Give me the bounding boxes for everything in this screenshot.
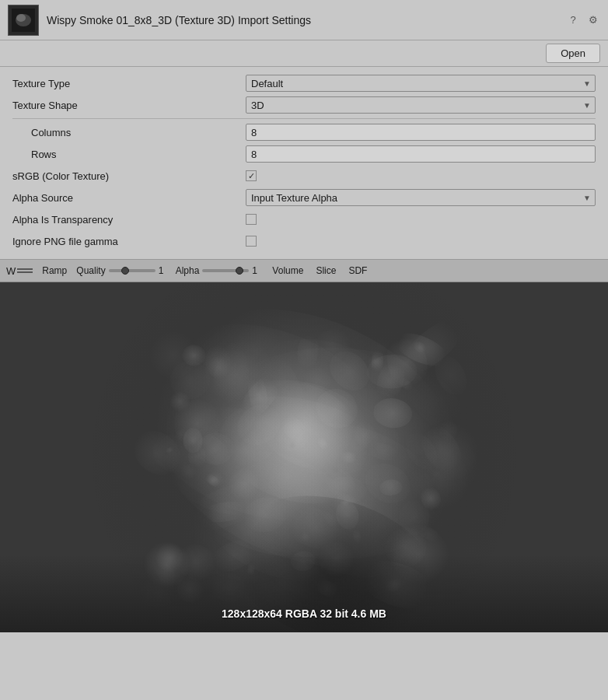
divider-1 (12, 118, 596, 119)
texture-shape-value[interactable]: 3D ▼ (246, 96, 596, 114)
alpha-transparency-checkbox-wrapper[interactable] (246, 214, 596, 225)
alpha-source-dropdown[interactable]: Input Texture Alpha ▼ (246, 189, 596, 206)
title-icons: ? ⚙ (566, 13, 600, 27)
toolbar-slice[interactable]: Slice (309, 260, 342, 282)
ignore-png-checkbox-wrapper[interactable] (246, 236, 596, 247)
alpha-source-label: Alpha Source (12, 192, 246, 204)
toolbar-line-1 (17, 268, 33, 270)
alpha-slider-value: 1 (252, 265, 263, 276)
quality-slider-group: Quality 1 (73, 265, 172, 276)
alpha-transparency-label: Alpha Is Transparency (12, 214, 246, 226)
alpha-transparency-checkbox[interactable] (246, 214, 257, 225)
window-icon (8, 5, 39, 36)
quality-label: Quality (76, 265, 105, 276)
help-icon[interactable]: ? (566, 13, 580, 27)
srgb-label: sRGB (Color Texture) (12, 170, 246, 182)
quality-slider-thumb[interactable] (121, 267, 129, 275)
texture-type-row: Texture Type Default ▼ (12, 73, 596, 93)
toolbar: W Ramp Quality 1 Alpha 1 Volume Slice SD… (0, 259, 608, 282)
toolbar-sdf[interactable]: SDF (342, 260, 373, 282)
open-button[interactable]: Open (546, 44, 600, 63)
ignore-png-checkbox[interactable] (246, 236, 257, 247)
preview-canvas (0, 282, 608, 632)
preview-info: 128x128x64 RGBA 32 bit 4.6 MB (222, 607, 386, 620)
srgb-checkbox[interactable]: ✓ (246, 170, 257, 181)
columns-input[interactable] (246, 124, 596, 141)
alpha-transparency-row: Alpha Is Transparency (12, 209, 596, 229)
texture-shape-label: Texture Shape (12, 100, 246, 111)
toolbar-line-2 (17, 271, 33, 273)
quality-slider-track[interactable] (109, 269, 155, 272)
texture-type-value[interactable]: Default ▼ (246, 75, 596, 92)
ignore-png-row: Ignore PNG file gamma (12, 231, 596, 251)
texture-shape-dropdown[interactable]: 3D ▼ (246, 96, 596, 114)
action-bar: Open (0, 40, 608, 67)
columns-value[interactable] (246, 124, 596, 141)
texture-type-dropdown[interactable]: Default ▼ (246, 75, 596, 92)
texture-shape-select[interactable]: 3D (246, 96, 596, 114)
rows-row: Rows (12, 144, 596, 164)
alpha-slider-thumb[interactable] (236, 267, 243, 275)
toolbar-volume[interactable]: Volume (266, 260, 309, 282)
texture-shape-row: Texture Shape 3D ▼ (12, 95, 596, 115)
rows-input[interactable] (246, 145, 596, 163)
toolbar-ramp[interactable]: Ramp (36, 260, 73, 282)
alpha-label: Alpha (176, 265, 200, 276)
texture-type-label: Texture Type (12, 78, 246, 89)
quality-slider-value: 1 (159, 265, 169, 276)
svg-point-2 (16, 14, 26, 22)
title-bar: Wispy Smoke 01_8x8_3D (Texture 3D) Impor… (0, 0, 608, 40)
settings-panel: Texture Type Default ▼ Texture Shape 3D … (0, 67, 608, 259)
toolbar-w-label: W (6, 265, 16, 277)
srgb-checkbox-wrapper[interactable]: ✓ (246, 170, 596, 181)
ignore-png-label: Ignore PNG file gamma (12, 236, 246, 247)
alpha-source-value[interactable]: Input Texture Alpha ▼ (246, 189, 596, 206)
alpha-slider-track[interactable] (202, 269, 249, 272)
columns-label: Columns (12, 127, 246, 138)
window-title: Wispy Smoke 01_8x8_3D (Texture 3D) Impor… (47, 14, 558, 26)
toolbar-w-section[interactable]: W (3, 265, 36, 277)
preview-area: 128x128x64 RGBA 32 bit 4.6 MB (0, 282, 608, 632)
alpha-slider-group: Alpha 1 (173, 265, 267, 276)
alpha-source-row: Alpha Source Input Texture Alpha ▼ (12, 187, 596, 208)
columns-row: Columns (12, 122, 596, 142)
rows-label: Rows (12, 149, 246, 160)
settings-icon[interactable]: ⚙ (586, 13, 600, 27)
rows-value[interactable] (246, 145, 596, 163)
srgb-row: sRGB (Color Texture) ✓ (12, 166, 596, 186)
alpha-source-select[interactable]: Input Texture Alpha (246, 189, 596, 206)
texture-type-select[interactable]: Default (246, 75, 596, 92)
toolbar-lines-icon (17, 268, 33, 273)
